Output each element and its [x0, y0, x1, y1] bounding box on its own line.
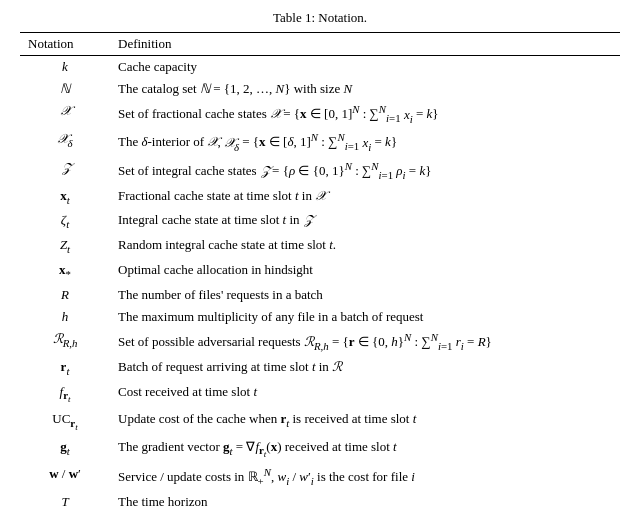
- definition-cell: Regret of policy 𝓐 over T: [110, 513, 620, 519]
- definition-cell: Update cost of the cache when rt is rece…: [110, 408, 620, 435]
- definition-cell: Set of possible adversarial requests ℛR,…: [110, 328, 620, 356]
- notation-cell: w / w′: [20, 463, 110, 491]
- definition-cell: Cost received at time slot t: [110, 381, 620, 408]
- notation-cell: 𝒵: [20, 157, 110, 185]
- table-row: RegretT(𝓐)Regret of policy 𝓐 over T: [20, 513, 620, 519]
- notation-cell: T: [20, 491, 110, 513]
- notation-cell: h: [20, 306, 110, 328]
- table-header-row: Notation Definition: [20, 33, 620, 56]
- notation-cell: R: [20, 284, 110, 306]
- notation-cell: 𝒳δ: [20, 128, 110, 156]
- definition-cell: The δ-interior of 𝒳, 𝒳δ = {x ∈ [δ, 1]N :…: [110, 128, 620, 156]
- table-row: xtFractional cache state at time slot t …: [20, 185, 620, 210]
- definition-cell: The time horizon: [110, 491, 620, 513]
- table-row: RThe number of files' requests in a batc…: [20, 284, 620, 306]
- definition-cell: Optimal cache allocation in hindsight: [110, 259, 620, 284]
- table-row: 𝒳δThe δ-interior of 𝒳, 𝒳δ = {x ∈ [δ, 1]N…: [20, 128, 620, 156]
- table-row: UCrtUpdate cost of the cache when rt is …: [20, 408, 620, 435]
- notation-cell: x*: [20, 259, 110, 284]
- table-row: rtBatch of request arriving at time slot…: [20, 356, 620, 381]
- table-row: ℛR,hSet of possible adversarial requests…: [20, 328, 620, 356]
- definition-cell: The number of files' requests in a batch: [110, 284, 620, 306]
- table-row: ζtIntegral cache state at time slot t in…: [20, 209, 620, 234]
- notation-cell: RegretT(𝓐): [20, 513, 110, 519]
- notation-cell: 𝒳: [20, 100, 110, 128]
- notation-cell: ℛR,h: [20, 328, 110, 356]
- table-row: ℕThe catalog set ℕ = {1, 2, …, N} with s…: [20, 78, 620, 100]
- notation-cell: xt: [20, 185, 110, 210]
- notation-cell: ℕ: [20, 78, 110, 100]
- table-row: x*Optimal cache allocation in hindsight: [20, 259, 620, 284]
- table-row: TThe time horizon: [20, 491, 620, 513]
- notation-table: Notation Definition kCache capacityℕThe …: [20, 32, 620, 519]
- notation-cell: frt: [20, 381, 110, 408]
- definition-cell: The catalog set ℕ = {1, 2, …, N} with si…: [110, 78, 620, 100]
- table-row: 𝒳Set of fractional cache states 𝒳 = {x ∈…: [20, 100, 620, 128]
- definition-cell: Fractional cache state at time slot t in…: [110, 185, 620, 210]
- notation-cell: Zt: [20, 234, 110, 259]
- table-row: ZtRandom integral cache state at time sl…: [20, 234, 620, 259]
- table-row: w / w′Service / update costs in ℝ+N, wi …: [20, 463, 620, 491]
- notation-cell: rt: [20, 356, 110, 381]
- definition-cell: Set of fractional cache states 𝒳 = {x ∈ …: [110, 100, 620, 128]
- notation-cell: gt: [20, 436, 110, 463]
- table-title: Table 1: Notation.: [20, 10, 620, 26]
- table-container: Table 1: Notation. Notation Definition k…: [20, 10, 620, 519]
- notation-cell: ζt: [20, 209, 110, 234]
- definition-cell: Random integral cache state at time slot…: [110, 234, 620, 259]
- notation-cell: UCrt: [20, 408, 110, 435]
- definition-cell: Integral cache state at time slot t in 𝒵: [110, 209, 620, 234]
- table-row: gtThe gradient vector gt = ∇frt(x) recei…: [20, 436, 620, 463]
- definition-cell: Batch of request arriving at time slot t…: [110, 356, 620, 381]
- definition-cell: Set of integral cache states 𝒵 = {ρ ∈ {0…: [110, 157, 620, 185]
- col-notation-header: Notation: [20, 33, 110, 56]
- table-row: frtCost received at time slot t: [20, 381, 620, 408]
- notation-cell: k: [20, 56, 110, 79]
- definition-cell: The gradient vector gt = ∇frt(x) receive…: [110, 436, 620, 463]
- table-row: kCache capacity: [20, 56, 620, 79]
- definition-cell: Cache capacity: [110, 56, 620, 79]
- table-row: hThe maximum multiplicity of any file in…: [20, 306, 620, 328]
- col-definition-header: Definition: [110, 33, 620, 56]
- table-row: 𝒵Set of integral cache states 𝒵 = {ρ ∈ {…: [20, 157, 620, 185]
- definition-cell: The maximum multiplicity of any file in …: [110, 306, 620, 328]
- definition-cell: Service / update costs in ℝ+N, wi / w′i …: [110, 463, 620, 491]
